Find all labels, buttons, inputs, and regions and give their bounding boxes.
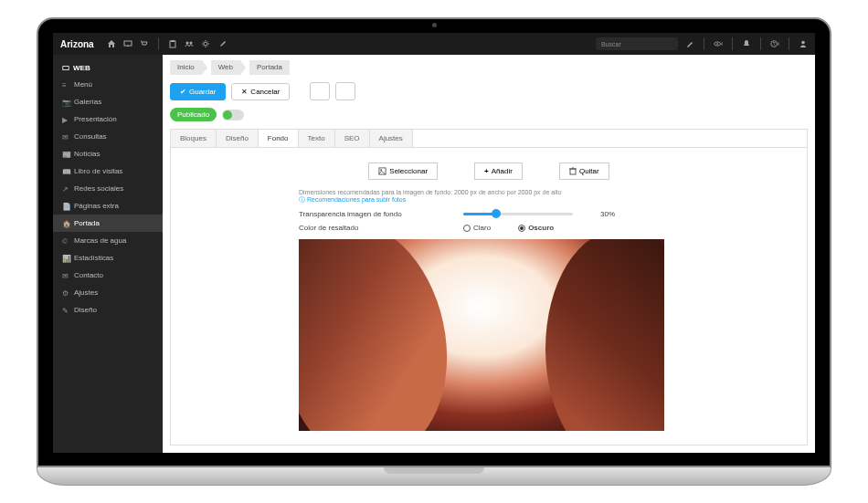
sidebar-item-menú[interactable]: ≡Menú	[53, 76, 163, 93]
sidebar-icon: 📄	[62, 203, 69, 210]
tab-seo[interactable]: SEO	[335, 130, 370, 147]
clipboard-icon[interactable]	[168, 39, 177, 48]
tab-fondo[interactable]: Fondo	[259, 130, 299, 148]
sidebar-item-marcas-de-agua[interactable]: ©Marcas de agua	[53, 232, 163, 249]
tab-diseño[interactable]: Diseño	[217, 130, 259, 147]
publish-toggle[interactable]	[222, 110, 244, 121]
sidebar-icon: ▶	[62, 116, 69, 123]
sidebar-item-contacto[interactable]: ✉Contacto	[53, 267, 163, 284]
svg-rect-1	[127, 46, 129, 47]
svg-rect-3	[171, 40, 175, 42]
search-input[interactable]: Buscar	[596, 37, 678, 50]
home-icon[interactable]	[107, 39, 116, 48]
highlight-label: Color de resaltado	[299, 224, 436, 232]
cancel-button[interactable]: ✕Cancelar	[231, 83, 290, 100]
sidebar-item-diseño[interactable]: ✎Diseño	[53, 301, 163, 319]
tab-panel-fondo: Seleccionar +Añadir Quitar Dimensiones r…	[170, 147, 808, 445]
sidebar-item-ajustes[interactable]: ⚙Ajustes	[53, 284, 163, 301]
background-preview-image	[299, 239, 664, 431]
sidebar-icon: ©	[62, 237, 69, 245]
svg-point-4	[185, 42, 188, 45]
sidebar-item-consultas[interactable]: ✉Consultas	[53, 128, 163, 145]
sidebar-icon: 📷	[62, 99, 69, 106]
transparency-slider[interactable]	[463, 213, 573, 215]
wand-icon[interactable]	[685, 39, 694, 48]
tab-ajustes[interactable]: Ajustes	[370, 130, 413, 147]
add-image-button[interactable]: +Añadir	[474, 162, 523, 180]
preview-icon[interactable]	[310, 82, 330, 100]
svg-text:?: ?	[773, 41, 776, 47]
help-button[interactable]: ?	[335, 82, 355, 100]
sidebar-item-galerías[interactable]: 📷Galerías	[53, 93, 163, 110]
svg-rect-12	[63, 66, 69, 69]
remove-image-button[interactable]: Quitar	[559, 162, 609, 180]
svg-rect-19	[570, 169, 576, 174]
tabs: BloquesDiseñoFondoTextoSEOAjustes	[170, 129, 808, 147]
sidebar-item-redes-sociales[interactable]: ↗Redes sociales	[53, 180, 163, 197]
breadcrumb-item[interactable]: Portada	[249, 60, 290, 75]
svg-rect-2	[170, 41, 175, 47]
breadcrumb-item[interactable]: Web	[211, 60, 240, 75]
sidebar-item-portada[interactable]: 🏠Portada	[53, 215, 163, 232]
svg-point-8	[716, 43, 718, 45]
transparency-label: Transparencia imagen de fondo	[299, 210, 436, 218]
topbar: Arizona Buscar ?	[53, 33, 815, 55]
sidebar-section: WEB	[53, 60, 163, 76]
sidebar-icon: ✉	[62, 133, 69, 141]
transparency-value: 30%	[600, 210, 615, 218]
svg-point-5	[189, 42, 192, 45]
sidebar: WEB ≡Menú📷Galerías▶Presentación✉Consulta…	[53, 55, 163, 453]
sidebar-icon: 📰	[62, 151, 69, 158]
sidebar-item-noticias[interactable]: 📰Noticias	[53, 145, 163, 162]
svg-point-11	[801, 41, 805, 45]
help-icon[interactable]: ?	[770, 39, 779, 48]
sidebar-item-presentación[interactable]: ▶Presentación	[53, 110, 163, 128]
radio-oscuro[interactable]: Oscuro	[518, 224, 554, 232]
breadcrumb-item[interactable]: Inicio	[170, 60, 202, 75]
breadcrumb: InicioWebPortada	[163, 55, 815, 80]
status-badge: Publicado	[170, 108, 217, 121]
main-content: InicioWebPortada ✔Guardar ✕Cancelar ? Pu…	[163, 55, 815, 453]
user-icon[interactable]	[799, 39, 808, 48]
sidebar-item-libro-de-visitas[interactable]: 📖Libro de visitas	[53, 162, 163, 180]
users-icon[interactable]	[185, 39, 194, 48]
brush-icon[interactable]	[217, 39, 227, 48]
monitor-icon[interactable]	[123, 39, 132, 48]
sidebar-icon: 🏠	[62, 220, 69, 227]
brand: Arizona	[60, 39, 94, 49]
svg-point-18	[381, 169, 383, 171]
sidebar-item-páginas-extra[interactable]: 📄Páginas extra	[53, 197, 163, 215]
eye-icon[interactable]	[714, 39, 723, 48]
upload-recommendations-link[interactable]: ⓘ Recomendaciones para subir fotos	[299, 195, 789, 204]
save-button[interactable]: ✔Guardar	[170, 83, 226, 100]
radio-claro[interactable]: Claro	[463, 224, 491, 232]
sidebar-icon: 📊	[62, 255, 69, 262]
sidebar-icon: ✉	[62, 272, 69, 279]
sidebar-icon: ≡	[62, 81, 69, 89]
sidebar-icon: ✎	[62, 307, 69, 314]
select-image-button[interactable]: Seleccionar	[368, 162, 438, 180]
svg-rect-0	[124, 41, 132, 46]
sidebar-icon: 📖	[62, 168, 69, 175]
svg-point-6	[204, 42, 207, 46]
cart-icon[interactable]	[140, 39, 149, 48]
dimensions-hint: Dimensiones recomendadas para la imagen …	[299, 189, 789, 195]
sidebar-item-estadísticas[interactable]: 📊Estadísticas	[53, 249, 163, 267]
gear-icon[interactable]	[201, 39, 210, 48]
tab-bloques[interactable]: Bloques	[171, 130, 217, 147]
sidebar-icon: ⚙	[62, 289, 69, 297]
sidebar-icon: ↗	[62, 185, 69, 193]
bell-icon[interactable]	[742, 39, 751, 48]
tab-texto[interactable]: Texto	[299, 130, 335, 147]
